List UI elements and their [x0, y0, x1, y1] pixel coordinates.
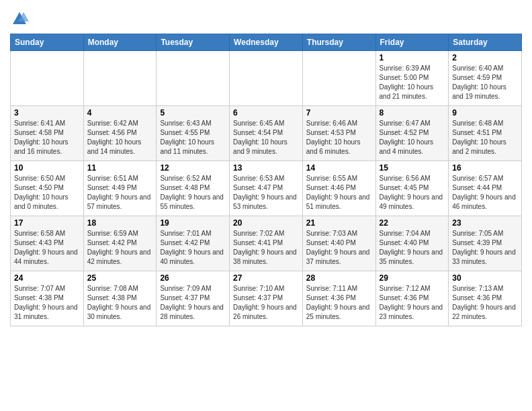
day-number: 21 — [306, 218, 372, 228]
day-info: Sunrise: 7:09 AMSunset: 4:37 PMDaylight:… — [160, 284, 226, 322]
day-info: Sunrise: 6:57 AMSunset: 4:44 PMDaylight:… — [452, 174, 518, 212]
day-cell: 1Sunrise: 6:39 AMSunset: 5:00 PMDaylight… — [375, 51, 449, 106]
day-cell: 16Sunrise: 6:57 AMSunset: 4:44 PMDayligh… — [449, 161, 522, 216]
day-info: Sunrise: 7:03 AMSunset: 4:40 PMDaylight:… — [306, 229, 372, 267]
day-info: Sunrise: 6:45 AMSunset: 4:54 PMDaylight:… — [233, 119, 299, 156]
weekday-friday: Friday — [375, 34, 449, 51]
day-number: 25 — [87, 273, 153, 283]
day-info: Sunrise: 6:41 AMSunset: 4:58 PMDaylight:… — [14, 119, 80, 156]
day-cell: 14Sunrise: 6:55 AMSunset: 4:46 PMDayligh… — [302, 161, 375, 216]
day-number: 8 — [380, 108, 445, 118]
day-cell: 4Sunrise: 6:42 AMSunset: 4:56 PMDaylight… — [83, 106, 157, 161]
day-number: 16 — [452, 163, 518, 173]
day-number: 12 — [160, 163, 226, 173]
day-info: Sunrise: 6:51 AMSunset: 4:49 PMDaylight:… — [87, 174, 153, 212]
weekday-monday: Monday — [83, 34, 157, 51]
day-cell: 6Sunrise: 6:45 AMSunset: 4:54 PMDaylight… — [230, 106, 303, 161]
day-info: Sunrise: 6:50 AMSunset: 4:50 PMDaylight:… — [14, 174, 80, 212]
day-number: 15 — [380, 163, 445, 173]
day-number: 23 — [452, 218, 518, 228]
day-info: Sunrise: 7:07 AMSunset: 4:38 PMDaylight:… — [14, 284, 80, 322]
day-cell: 28Sunrise: 7:11 AMSunset: 4:36 PMDayligh… — [302, 271, 375, 326]
logo-icon — [10, 9, 29, 28]
page: SundayMondayTuesdayWednesdayThursdayFrid… — [0, 0, 532, 333]
day-number: 4 — [87, 108, 153, 118]
day-number: 24 — [14, 273, 80, 283]
day-info: Sunrise: 7:08 AMSunset: 4:38 PMDaylight:… — [87, 284, 153, 322]
week-row-3: 10Sunrise: 6:50 AMSunset: 4:50 PMDayligh… — [11, 161, 522, 216]
day-cell: 8Sunrise: 6:47 AMSunset: 4:52 PMDaylight… — [375, 106, 449, 161]
day-number: 6 — [233, 108, 299, 118]
day-info: Sunrise: 6:43 AMSunset: 4:55 PMDaylight:… — [160, 119, 226, 156]
day-cell: 18Sunrise: 6:59 AMSunset: 4:42 PMDayligh… — [83, 216, 157, 271]
day-number: 17 — [14, 218, 80, 228]
day-number: 11 — [87, 163, 153, 173]
day-number: 30 — [452, 273, 518, 283]
day-number: 1 — [380, 53, 445, 62]
day-info: Sunrise: 7:01 AMSunset: 4:42 PMDaylight:… — [160, 229, 226, 267]
day-info: Sunrise: 6:47 AMSunset: 4:52 PMDaylight:… — [380, 119, 445, 156]
day-cell — [11, 51, 84, 106]
day-number: 10 — [14, 163, 80, 173]
day-info: Sunrise: 7:12 AMSunset: 4:36 PMDaylight:… — [380, 284, 445, 322]
day-info: Sunrise: 7:05 AMSunset: 4:39 PMDaylight:… — [452, 229, 518, 267]
day-info: Sunrise: 6:56 AMSunset: 4:45 PMDaylight:… — [380, 174, 445, 212]
weekday-header-row: SundayMondayTuesdayWednesdayThursdayFrid… — [11, 34, 522, 51]
day-number: 3 — [14, 108, 80, 118]
day-cell: 21Sunrise: 7:03 AMSunset: 4:40 PMDayligh… — [302, 216, 375, 271]
day-cell: 22Sunrise: 7:04 AMSunset: 4:40 PMDayligh… — [375, 216, 449, 271]
week-row-2: 3Sunrise: 6:41 AMSunset: 4:58 PMDaylight… — [11, 106, 522, 161]
day-number: 13 — [233, 163, 299, 173]
day-info: Sunrise: 6:53 AMSunset: 4:47 PMDaylight:… — [233, 174, 299, 212]
day-number: 2 — [452, 53, 518, 62]
day-cell: 29Sunrise: 7:12 AMSunset: 4:36 PMDayligh… — [375, 271, 449, 326]
day-info: Sunrise: 7:13 AMSunset: 4:36 PMDaylight:… — [452, 284, 518, 322]
day-info: Sunrise: 6:42 AMSunset: 4:56 PMDaylight:… — [87, 119, 153, 156]
day-info: Sunrise: 7:02 AMSunset: 4:41 PMDaylight:… — [233, 229, 299, 267]
weekday-tuesday: Tuesday — [157, 34, 230, 51]
weekday-saturday: Saturday — [449, 34, 522, 51]
day-cell: 9Sunrise: 6:48 AMSunset: 4:51 PMDaylight… — [449, 106, 522, 161]
day-number: 29 — [380, 273, 445, 283]
weekday-sunday: Sunday — [11, 34, 84, 51]
day-cell: 2Sunrise: 6:40 AMSunset: 4:59 PMDaylight… — [449, 51, 522, 106]
day-cell — [230, 51, 303, 106]
day-cell: 10Sunrise: 6:50 AMSunset: 4:50 PMDayligh… — [11, 161, 84, 216]
day-info: Sunrise: 6:40 AMSunset: 4:59 PMDaylight:… — [452, 64, 518, 101]
day-cell: 20Sunrise: 7:02 AMSunset: 4:41 PMDayligh… — [230, 216, 303, 271]
day-number: 7 — [306, 108, 372, 118]
day-info: Sunrise: 6:39 AMSunset: 5:00 PMDaylight:… — [380, 64, 445, 101]
day-cell: 27Sunrise: 7:10 AMSunset: 4:37 PMDayligh… — [230, 271, 303, 326]
day-info: Sunrise: 6:48 AMSunset: 4:51 PMDaylight:… — [452, 119, 518, 156]
day-cell: 17Sunrise: 6:58 AMSunset: 4:43 PMDayligh… — [11, 216, 84, 271]
day-info: Sunrise: 6:55 AMSunset: 4:46 PMDaylight:… — [306, 174, 372, 212]
week-row-1: 1Sunrise: 6:39 AMSunset: 5:00 PMDaylight… — [11, 51, 522, 106]
day-info: Sunrise: 6:59 AMSunset: 4:42 PMDaylight:… — [87, 229, 153, 267]
weekday-wednesday: Wednesday — [230, 34, 303, 51]
day-cell: 12Sunrise: 6:52 AMSunset: 4:48 PMDayligh… — [157, 161, 230, 216]
day-number: 26 — [160, 273, 226, 283]
day-cell — [157, 51, 230, 106]
day-cell: 13Sunrise: 6:53 AMSunset: 4:47 PMDayligh… — [230, 161, 303, 216]
day-number: 18 — [87, 218, 153, 228]
day-info: Sunrise: 6:46 AMSunset: 4:53 PMDaylight:… — [306, 119, 372, 156]
day-cell — [302, 51, 375, 106]
day-cell: 30Sunrise: 7:13 AMSunset: 4:36 PMDayligh… — [449, 271, 522, 326]
day-number: 5 — [160, 108, 226, 118]
day-info: Sunrise: 7:11 AMSunset: 4:36 PMDaylight:… — [306, 284, 372, 322]
day-cell: 19Sunrise: 7:01 AMSunset: 4:42 PMDayligh… — [157, 216, 230, 271]
day-number: 19 — [160, 218, 226, 228]
day-cell: 11Sunrise: 6:51 AMSunset: 4:49 PMDayligh… — [83, 161, 157, 216]
day-number: 20 — [233, 218, 299, 228]
day-cell — [83, 51, 157, 106]
day-info: Sunrise: 6:52 AMSunset: 4:48 PMDaylight:… — [160, 174, 226, 212]
day-cell: 15Sunrise: 6:56 AMSunset: 4:45 PMDayligh… — [375, 161, 449, 216]
day-cell: 3Sunrise: 6:41 AMSunset: 4:58 PMDaylight… — [11, 106, 84, 161]
week-row-5: 24Sunrise: 7:07 AMSunset: 4:38 PMDayligh… — [11, 271, 522, 326]
day-cell: 25Sunrise: 7:08 AMSunset: 4:38 PMDayligh… — [83, 271, 157, 326]
week-row-4: 17Sunrise: 6:58 AMSunset: 4:43 PMDayligh… — [11, 216, 522, 271]
day-cell: 5Sunrise: 6:43 AMSunset: 4:55 PMDaylight… — [157, 106, 230, 161]
day-cell: 7Sunrise: 6:46 AMSunset: 4:53 PMDaylight… — [302, 106, 375, 161]
day-number: 22 — [380, 218, 445, 228]
day-info: Sunrise: 7:04 AMSunset: 4:40 PMDaylight:… — [380, 229, 445, 267]
